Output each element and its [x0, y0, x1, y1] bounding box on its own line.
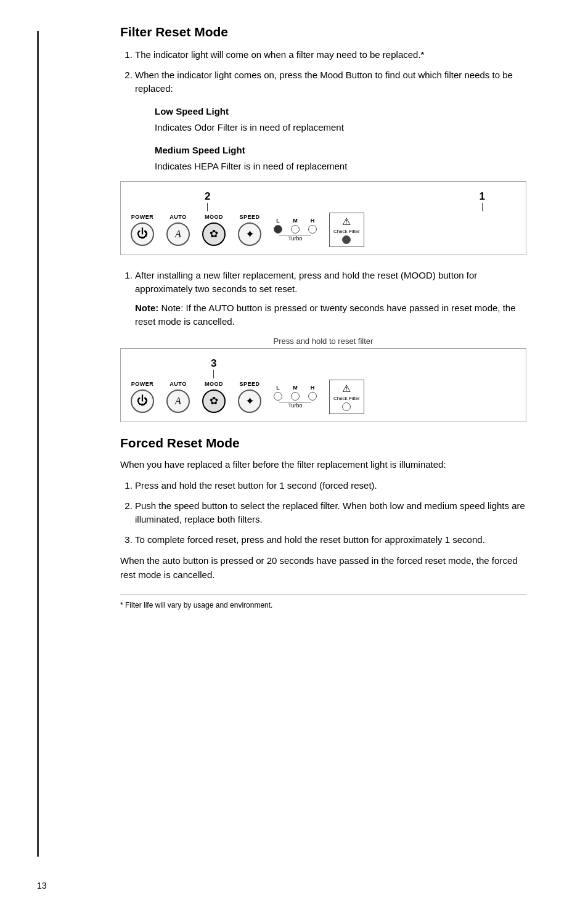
mood-button-group: MOOD ✿: [202, 214, 226, 246]
forced-reset-title: Forced Reset Mode: [120, 436, 526, 450]
power-button-group: POWER ⏻: [131, 214, 154, 246]
after-diagram-list: After installing a new filter replacemen…: [135, 269, 526, 329]
speed-l: L: [274, 218, 282, 234]
forced-reset-item-3: To complete forced reset, press and hold…: [135, 533, 526, 547]
low-speed-text: Indicates Odor Filter is in need of repl…: [155, 121, 526, 135]
power-button-2[interactable]: ⏻: [131, 389, 154, 413]
filter-reset-item-1: The indicator light will come on when a …: [135, 48, 526, 62]
speed-button[interactable]: ✦: [238, 222, 261, 246]
speed-h-2: H: [308, 385, 317, 401]
turbo-label-2: Turbo: [288, 402, 302, 409]
check-filter-box: ⚠ Check Filter: [329, 213, 364, 247]
filter-reset-item-2: When the indicator light comes on, press…: [135, 68, 526, 174]
speed-button-2[interactable]: ✦: [238, 389, 261, 413]
mood-button-2[interactable]: ✿: [202, 389, 226, 413]
auto-button-group-2: AUTO A: [166, 381, 190, 413]
forced-reset-intro: When you have replaced a filter before t…: [120, 458, 526, 472]
annotation-3: 3: [211, 357, 216, 378]
speed-button-group-2: SPEED ✦: [238, 381, 261, 413]
check-filter-box-2: ⚠ Check Filter: [329, 380, 364, 414]
annotation-1: 1: [480, 190, 485, 211]
turbo-label: Turbo: [288, 235, 302, 242]
filter-reset-title: Filter Reset Mode: [120, 25, 526, 39]
low-speed-heading: Low Speed Light: [155, 105, 526, 119]
power-button[interactable]: ⏻: [131, 222, 154, 246]
check-filter-icon-2: ⚠: [342, 383, 351, 394]
speed-l-2: L: [274, 385, 282, 401]
speed-indicators-2: L M H: [274, 385, 317, 409]
forced-reset-list: Press and hold the reset button for 1 se…: [135, 479, 526, 547]
page-number: 13: [37, 881, 47, 891]
forced-reset-outro: When the auto button is pressed or 20 se…: [120, 554, 526, 582]
after-diagram-item-1: After installing a new filter replacemen…: [135, 269, 526, 329]
auto-button[interactable]: A: [166, 222, 190, 246]
mood-button[interactable]: ✿: [202, 222, 226, 246]
diagram-1: 2 1 POWER ⏻: [120, 181, 526, 255]
speed-m: M: [291, 218, 300, 234]
speed-m-2: M: [291, 385, 300, 401]
note-text: Note: Note: If the AUTO button is presse…: [135, 301, 526, 329]
filter-reset-list: The indicator light will come on when a …: [135, 48, 526, 174]
speed-button-group: SPEED ✦: [238, 214, 261, 246]
mood-button-group-2: MOOD ✿: [202, 381, 226, 413]
annotation-2: 2: [205, 190, 210, 211]
forced-reset-item-1: Press and hold the reset button for 1 se…: [135, 479, 526, 493]
controls-row-1: POWER ⏻ AUTO A MOOD: [131, 213, 516, 247]
medium-speed-heading: Medium Speed Light: [155, 144, 526, 158]
controls-row-2: POWER ⏻ AUTO A MOOD: [131, 380, 516, 414]
speed-indicators: L M H: [274, 218, 317, 242]
footnote: * Filter life will vary by usage and env…: [120, 594, 526, 609]
check-filter-icon: ⚠: [342, 216, 351, 227]
diagram-2: 3 POWER ⏻ AUTO: [120, 348, 526, 422]
press-hold-label: Press and hold to reset filter: [120, 336, 526, 346]
power-button-group-2: POWER ⏻: [131, 381, 154, 413]
forced-reset-item-2: Push the speed button to select the repl…: [135, 499, 526, 527]
speed-h: H: [308, 218, 317, 234]
auto-button-group: AUTO A: [166, 214, 190, 246]
medium-speed-text: Indicates HEPA Filter is in need of repl…: [155, 160, 526, 174]
auto-button-2[interactable]: A: [166, 389, 190, 413]
